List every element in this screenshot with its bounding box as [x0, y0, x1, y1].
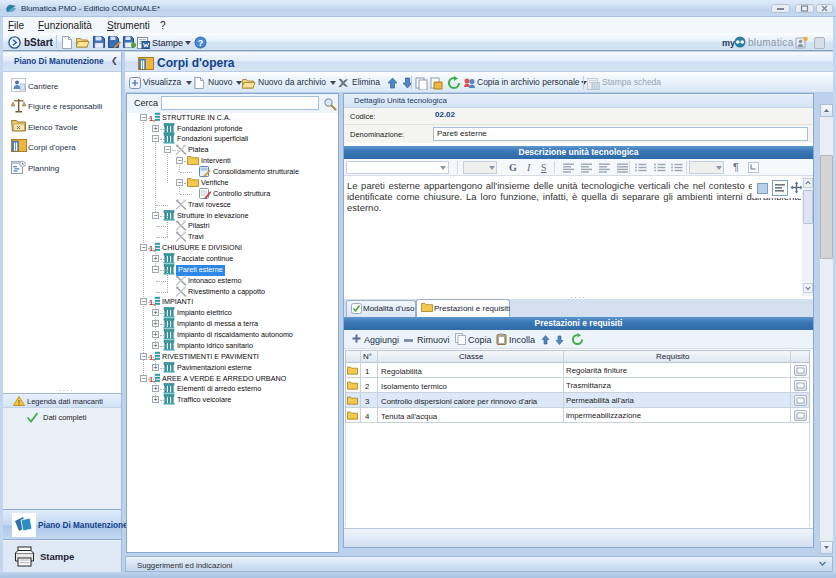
svg-text:1: 1 [149, 244, 153, 253]
svg-text:1: 1 [149, 353, 153, 362]
svg-text:1: 1 [149, 298, 153, 307]
svg-text:!: ! [18, 399, 20, 406]
svg-text:1: 1 [149, 375, 153, 384]
svg-text:1: 1 [149, 114, 153, 123]
svg-text:?: ? [198, 38, 204, 48]
